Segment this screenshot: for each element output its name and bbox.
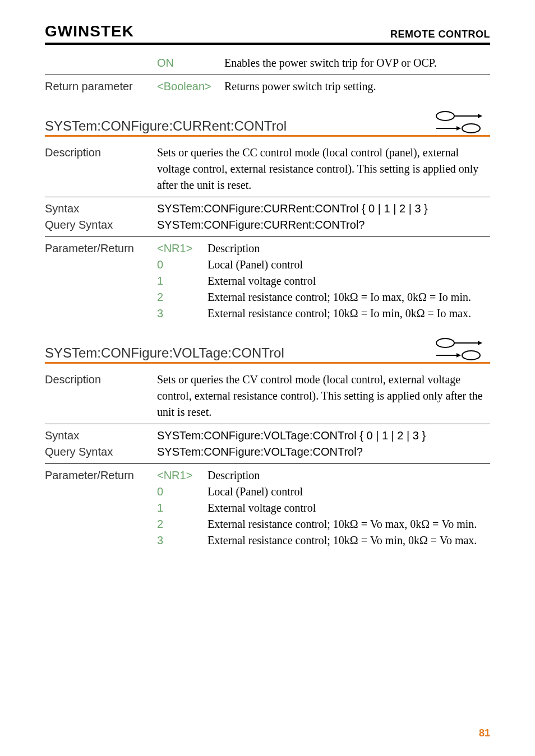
divider (45, 197, 490, 197)
cmd1-syntax-label: Syntax (45, 201, 157, 217)
param-row-on: ON Enables the power switch trip for OVP… (45, 55, 490, 71)
set-icon (434, 110, 485, 122)
page-header: GWINSTEK REMOTE CONTROL (45, 22, 490, 43)
header-rule (45, 43, 490, 45)
cmd2-r2-d: External resistance control; 10kΩ = Vo m… (207, 516, 490, 532)
query-icon (434, 123, 485, 134)
svg-point-5 (462, 124, 480, 133)
cmd2-query-label: Query Syntax (45, 444, 157, 460)
cmd1-desc-label: Description (45, 145, 157, 193)
cmd2-r3-d: External resistance control; 10kΩ = Vo m… (207, 532, 490, 549)
cmd1-r0-d: Local (Panel) control (207, 257, 490, 273)
section-title: REMOTE CONTROL (390, 29, 490, 40)
return-label: Return parameter (45, 78, 157, 95)
cmd2-r0-p: 0 (157, 484, 207, 500)
return-desc: Returns power switch trip setting. (224, 78, 490, 95)
param-on: ON (157, 55, 224, 71)
cmd1-r2-p: 2 (157, 289, 207, 305)
cmd1-rule (45, 135, 490, 137)
cmd1-r2-d: External resistance control; 10kΩ = Io m… (207, 289, 490, 305)
cmd1-heading-wrap: SYSTem:CONFigure:CURRent:CONTrol (45, 110, 490, 134)
cmd2-pr-head: Description (207, 467, 490, 484)
divider (45, 236, 490, 237)
cmd2-syntax-row: Syntax SYSTem:CONFigure:VOLTage:CONTrol … (45, 428, 490, 444)
svg-point-0 (436, 112, 454, 120)
cmd1-desc-row: Description Sets or queries the CC contr… (45, 145, 490, 193)
cmd2-r1-d: External voltage control (207, 500, 490, 516)
cmd2-desc-row: Description Sets or queries the CV contr… (45, 372, 490, 420)
cmd1-syntax-text: SYSTem:CONFigure:CURRent:CONTrol { 0 | 1… (157, 201, 490, 217)
svg-marker-10 (456, 353, 461, 358)
cmd1-pr-head: Description (207, 240, 490, 257)
cmd1-title: SYSTem:CONFigure:CURRent:CONTrol (45, 118, 287, 134)
cmd1-pr-row-head: Parameter/Return <NR1> Description (45, 240, 490, 257)
svg-marker-2 (478, 114, 482, 118)
cmd2-pr-row-head: Parameter/Return <NR1> Description (45, 467, 490, 484)
cmd1-pr-label: Parameter/Return (45, 240, 157, 257)
divider (45, 75, 490, 75)
cmd2-r2-p: 2 (157, 516, 207, 532)
cmd1-pr-row-2: 2 External resistance control; 10kΩ = Io… (45, 289, 490, 305)
set-query-icon (434, 110, 490, 134)
cmd1-pr-row-1: 1 External voltage control (45, 273, 490, 289)
cmd1-pr-row-0: 0 Local (Panel) control (45, 257, 490, 273)
cmd1-query-text: SYSTem:CONFigure:CURRent:CONTrol? (157, 217, 490, 233)
cmd2-syntax-label: Syntax (45, 428, 157, 444)
svg-point-6 (436, 338, 454, 347)
divider (45, 424, 490, 424)
cmd2-r0-d: Local (Panel) control (207, 484, 490, 500)
cmd2-syntax-text: SYSTem:CONFigure:VOLTage:CONTrol { 0 | 1… (157, 428, 490, 444)
page-number: 81 (479, 727, 490, 739)
cmd2-heading-wrap: SYSTem:CONFigure:VOLTage:CONTrol (45, 337, 490, 361)
cmd2-title: SYSTem:CONFigure:VOLTage:CONTrol (45, 345, 284, 361)
cmd1-r3-d: External resistance control; 10kΩ = Io m… (207, 305, 490, 322)
cmd1-r0-p: 0 (157, 257, 207, 273)
cmd1-syntax-row: Syntax SYSTem:CONFigure:CURRent:CONTrol … (45, 201, 490, 217)
cmd1-query-label: Query Syntax (45, 217, 157, 233)
return-row: Return parameter <Boolean> Returns power… (45, 78, 490, 95)
cmd2-rule (45, 362, 490, 364)
cmd1-r1-d: External voltage control (207, 273, 490, 289)
cmd1-query-row: Query Syntax SYSTem:CONFigure:CURRent:CO… (45, 217, 490, 233)
cmd1-r1-p: 1 (157, 273, 207, 289)
cmd2-desc-text: Sets or queries the CV control mode (loc… (157, 372, 490, 420)
empty-label (45, 55, 157, 71)
divider (45, 463, 490, 464)
cmd2-r1-p: 1 (157, 500, 207, 516)
cmd1-pr-row-3: 3 External resistance control; 10kΩ = Io… (45, 305, 490, 322)
cmd2-query-text: SYSTem:CONFigure:VOLTage:CONTrol? (157, 444, 490, 460)
cmd2-pr-tag: <NR1> (157, 467, 207, 484)
cmd2-pr-row-3: 3 External resistance control; 10kΩ = Vo… (45, 532, 490, 549)
cmd1-desc-text: Sets or queries the CC control mode (loc… (157, 145, 490, 193)
cmd2-pr-row-1: 1 External voltage control (45, 500, 490, 516)
param-on-desc: Enables the power switch trip for OVP or… (224, 55, 490, 71)
cmd2-desc-label: Description (45, 372, 157, 420)
svg-point-11 (462, 351, 480, 360)
cmd1-r3-p: 3 (157, 305, 207, 322)
set-icon (434, 337, 485, 349)
cmd2-query-row: Query Syntax SYSTem:CONFigure:VOLTage:CO… (45, 444, 490, 460)
return-boolean: <Boolean> (157, 78, 224, 95)
cmd1-pr-tag: <NR1> (157, 240, 207, 257)
svg-marker-4 (456, 126, 461, 131)
logo-text: GWINSTEK (45, 22, 134, 40)
cmd2-r3-p: 3 (157, 532, 207, 549)
query-icon (434, 350, 485, 361)
cmd2-pr-label: Parameter/Return (45, 467, 157, 484)
cmd2-pr-row-2: 2 External resistance control; 10kΩ = Vo… (45, 516, 490, 532)
set-query-icon (434, 337, 490, 361)
cmd2-pr-row-0: 0 Local (Panel) control (45, 484, 490, 500)
svg-marker-8 (478, 341, 482, 345)
